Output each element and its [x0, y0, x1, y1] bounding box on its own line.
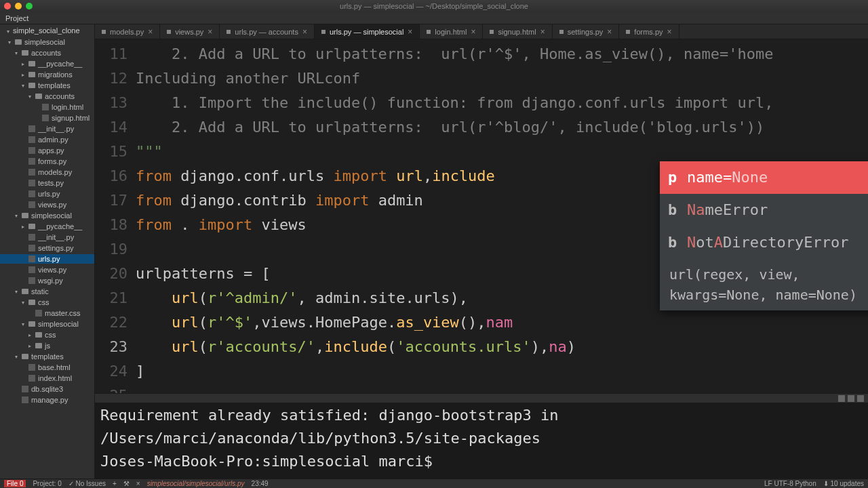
project-root[interactable]: ▾ simple_social_clone: [0, 24, 94, 37]
sidebar-file[interactable]: admin.py: [0, 135, 94, 144]
code-line[interactable]: """: [136, 140, 868, 164]
sidebar-file[interactable]: wsgi.py: [0, 276, 94, 285]
close-icon[interactable]: ×: [136, 480, 140, 487]
close-icon[interactable]: ×: [302, 27, 307, 37]
sidebar-file[interactable]: manage.py: [0, 395, 94, 405]
close-window-icon[interactable]: [4, 3, 11, 9]
panel-icon[interactable]: [838, 395, 845, 402]
tree-item-label: db.sqlite3: [31, 385, 63, 393]
sidebar-folder[interactable]: ▾accounts: [0, 48, 94, 58]
sidebar-folder[interactable]: ▾static: [0, 287, 94, 296]
sidebar-file[interactable]: __init__.py: [0, 124, 94, 134]
chevron-down-icon: ▾: [20, 321, 26, 327]
chevron-right-icon: ▸: [20, 61, 26, 67]
sidebar-folder[interactable]: ▾css: [0, 298, 94, 307]
tree-item-label: templates: [31, 352, 64, 361]
close-icon[interactable]: ×: [148, 27, 153, 37]
sidebar-file[interactable]: db.sqlite3: [0, 384, 94, 394]
sidebar-folder[interactable]: ▸migrations: [0, 70, 94, 79]
chevron-down-icon: ▾: [14, 354, 19, 360]
code-line[interactable]: Including another URLconf: [136, 66, 868, 91]
close-icon[interactable]: ×: [667, 27, 672, 37]
sidebar-folder[interactable]: ▸__pycache__: [0, 59, 94, 68]
sidebar-folder[interactable]: ▸js: [0, 341, 94, 350]
sidebar-file[interactable]: forms.py: [0, 157, 94, 166]
editor-tab[interactable]: login.html×: [420, 24, 483, 39]
code-line[interactable]: [136, 384, 868, 393]
editor-tab[interactable]: urls.py — simplesocial×: [315, 24, 420, 39]
panel-icon[interactable]: [848, 395, 854, 402]
file-icon: [28, 375, 35, 382]
sidebar-file[interactable]: settings.py: [0, 243, 94, 253]
sidebar-file[interactable]: signup.html: [0, 113, 94, 123]
sidebar-file[interactable]: master.css: [0, 308, 94, 318]
project-sidebar[interactable]: ▾ simple_social_clone ▾simplesocial▾acco…: [0, 24, 95, 479]
tools-icon[interactable]: ⚒: [123, 480, 130, 487]
editor-tab[interactable]: forms.py×: [619, 24, 679, 39]
tree-item-label: views.py: [38, 266, 66, 274]
autocomplete-item[interactable]: bNameError: [660, 194, 868, 226]
folder-icon: [28, 61, 35, 66]
editor-tab[interactable]: settings.py×: [553, 24, 620, 39]
editor-tab[interactable]: views.py×: [160, 24, 220, 39]
code-line[interactable]: 2. Add a URL to urlpatterns: url(r'^blog…: [136, 115, 868, 140]
code-line[interactable]: 2. Add a URL to urlpatterns: url(r'^$', …: [136, 42, 868, 66]
add-icon[interactable]: +: [113, 480, 117, 487]
code-line[interactable]: ]: [136, 359, 868, 384]
autocomplete-item[interactable]: bNotADirectoryError: [660, 226, 868, 259]
sidebar-file[interactable]: __init__.py: [0, 232, 94, 242]
sidebar-file[interactable]: base.html: [0, 363, 94, 372]
editor-tab[interactable]: urls.py — accounts×: [220, 24, 315, 39]
tree-item-label: simplesocial: [24, 38, 65, 46]
file-badge[interactable]: File 0: [4, 480, 26, 487]
code-line[interactable]: url(r'^$',views.HomePage.as_view(),nam: [136, 310, 868, 335]
sidebar-file[interactable]: urls.py: [0, 189, 94, 199]
file-icon: [28, 158, 35, 165]
file-icon: [42, 115, 49, 121]
window-title: urls.py — simplesocial — ~/Desktop/simpl…: [340, 2, 528, 10]
encoding-status[interactable]: LF UTF-8 Python: [764, 480, 816, 487]
sidebar-folder[interactable]: ▾templates: [0, 352, 94, 361]
sidebar-folder[interactable]: ▾templates: [0, 81, 94, 90]
chevron-down-icon: ▾: [20, 300, 26, 306]
code-editor[interactable]: 111213141516171819202122232425 2. Add a …: [95, 39, 868, 393]
sidebar-folder[interactable]: ▸css: [0, 330, 94, 340]
close-icon[interactable]: ×: [607, 27, 612, 37]
sidebar-file[interactable]: apps.py: [0, 146, 94, 155]
close-icon[interactable]: ×: [408, 27, 412, 37]
updates-status[interactable]: ⬇ 10 updates: [823, 480, 864, 487]
sidebar-folder[interactable]: ▾simplesocial: [0, 211, 94, 220]
editor-tab[interactable]: signup.html×: [483, 24, 552, 39]
autocomplete-popup[interactable]: pname=NonebNameErrorbNotADirectoryError …: [660, 161, 868, 310]
minimize-window-icon[interactable]: [15, 3, 22, 9]
close-icon[interactable]: ×: [540, 27, 545, 37]
sidebar-file[interactable]: views.py: [0, 200, 94, 209]
issues-status[interactable]: ✓ No Issues: [68, 480, 106, 487]
tree-item-label: css: [38, 298, 50, 306]
sidebar-file[interactable]: tests.py: [0, 178, 94, 188]
editor-tab[interactable]: models.py×: [95, 24, 160, 39]
sidebar-folder[interactable]: ▸__pycache__: [0, 222, 94, 231]
project-status[interactable]: Project: 0: [33, 480, 61, 487]
sidebar-folder[interactable]: ▾accounts: [0, 92, 94, 101]
close-icon[interactable]: ×: [208, 27, 212, 37]
sidebar-file[interactable]: views.py: [0, 265, 94, 274]
code-line[interactable]: 1. Import the include() function: from d…: [136, 91, 868, 115]
folder-icon: [22, 354, 28, 359]
sidebar-folder[interactable]: ▾simplesocial: [0, 319, 94, 329]
sidebar-file[interactable]: index.html: [0, 373, 94, 383]
folder-icon: [28, 224, 35, 229]
sidebar-file[interactable]: models.py: [0, 167, 94, 177]
close-icon[interactable]: ×: [471, 27, 475, 37]
close-icon[interactable]: [857, 395, 864, 402]
chevron-down-icon: ▾: [7, 39, 12, 45]
sidebar-file[interactable]: login.html: [0, 102, 94, 112]
maximize-window-icon[interactable]: [26, 3, 33, 9]
tab-label: forms.py: [634, 28, 663, 36]
code-line[interactable]: url(r'accounts/',include('accounts.urls'…: [136, 335, 868, 359]
autocomplete-item[interactable]: pname=None: [660, 161, 868, 194]
chevron-down-icon: ▾: [14, 50, 19, 56]
sidebar-file[interactable]: urls.py: [0, 254, 94, 264]
terminal-panel[interactable]: Requirement already satisfied: django-bo…: [95, 403, 868, 479]
sidebar-folder[interactable]: ▾simplesocial: [0, 37, 94, 47]
